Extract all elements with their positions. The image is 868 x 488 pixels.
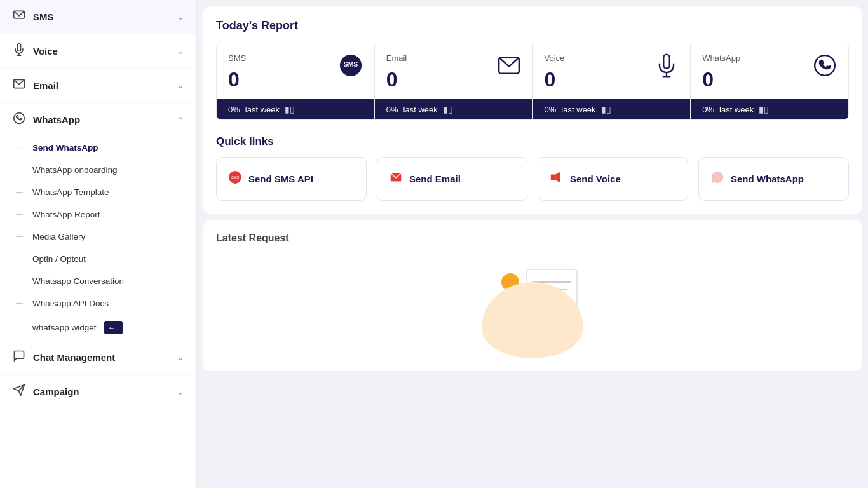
- whatsapp-quicklink-icon: [710, 170, 724, 187]
- sidebar-item-campaign[interactable]: Campaign ⌄: [0, 375, 196, 409]
- sms-percent: 0%: [228, 105, 240, 114]
- voice-report-bottom: 0% last week ▮▯: [533, 99, 691, 119]
- svg-text:SMS: SMS: [231, 175, 239, 179]
- quicklink-send-whatsapp-label: Send WhatsApp: [731, 173, 804, 184]
- sidebar-item-voice-label: Voice: [33, 46, 58, 57]
- sms-report-label: SMS: [228, 53, 246, 63]
- arrow-badge: ←: [104, 321, 123, 334]
- sms-quicklink-icon: SMS: [228, 170, 242, 187]
- sidebar-item-voice[interactable]: Voice ⌄: [0, 34, 196, 69]
- report-section: Today's Report SMS 0 SMS 0% last week ▮▯: [203, 6, 862, 214]
- quicklinks-container: SMS Send SMS API Send Email Send Voice: [216, 157, 849, 201]
- whatsapp-report-label: WhatsApp: [702, 53, 740, 63]
- email-report-label: Email: [386, 53, 407, 63]
- quicklink-send-email-label: Send Email: [409, 173, 461, 184]
- email-percent: 0%: [386, 105, 398, 114]
- svg-rect-15: [551, 174, 555, 180]
- submenu-whatsapp-template[interactable]: WhatsApp Template: [0, 181, 196, 203]
- quicklink-send-sms[interactable]: SMS Send SMS API: [216, 157, 367, 201]
- sms-period: last week: [245, 105, 280, 114]
- svg-point-4: [14, 113, 25, 124]
- email-chevron: ⌄: [177, 81, 184, 90]
- email-quicklink-icon: [389, 170, 403, 187]
- chat-chevron: ⌄: [177, 353, 184, 362]
- svg-marker-16: [555, 172, 560, 183]
- campaign-chevron: ⌄: [177, 388, 184, 396]
- sms-report-value: 0: [228, 68, 246, 92]
- whatsapp-percent: 0%: [702, 105, 714, 114]
- report-card-sms: SMS 0 SMS 0% last week ▮▯: [217, 43, 375, 119]
- sms-chevron: ⌄: [177, 13, 184, 22]
- voice-chart-icon: ▮▯: [601, 104, 611, 114]
- quicklink-send-email[interactable]: Send Email: [377, 157, 527, 201]
- sms-icon: [13, 9, 25, 25]
- voice-report-value: 0: [545, 68, 565, 92]
- sidebar-item-sms[interactable]: SMS ⌄: [0, 0, 196, 34]
- sms-chart-icon: ▮▯: [285, 104, 295, 114]
- voice-period: last week: [561, 105, 595, 114]
- submenu-whatsapp-report[interactable]: WhatsApp Report: [0, 203, 196, 226]
- sms-report-bottom: 0% last week ▮▯: [217, 99, 374, 119]
- voice-quicklink-icon: [550, 170, 564, 187]
- whatsapp-report-bottom: 0% last week ▮▯: [691, 99, 848, 119]
- whatsapp-period: last week: [719, 105, 754, 114]
- chat-management-icon: [13, 349, 25, 365]
- voice-report-icon: [654, 53, 679, 82]
- submenu-whatsapp-widget[interactable]: whatsapp widget ←: [0, 315, 196, 341]
- sidebar-item-chat-management[interactable]: Chat Management ⌄: [0, 341, 196, 375]
- svg-text:SMS: SMS: [343, 61, 358, 68]
- submenu-send-whatsapp[interactable]: Send WhatsApp: [0, 137, 196, 159]
- email-period: last week: [403, 105, 438, 114]
- quicklinks-title: Quick links: [216, 135, 849, 148]
- latest-request-section: Latest Request: [203, 220, 862, 371]
- submenu-optin-optout[interactable]: Optin / Optout: [0, 248, 196, 270]
- sidebar-item-email[interactable]: Email ⌄: [0, 69, 196, 103]
- main-content: Today's Report SMS 0 SMS 0% last week ▮▯: [197, 0, 868, 488]
- campaign-icon: [13, 384, 25, 400]
- sidebar-item-whatsapp-label: WhatsApp: [33, 114, 80, 125]
- sidebar: SMS ⌄ Voice ⌄ Email ⌄ WhatsApp ⌃: [0, 0, 197, 488]
- email-chart-icon: ▮▯: [443, 104, 453, 114]
- email-icon: [13, 78, 25, 93]
- sidebar-item-campaign-label: Campaign: [33, 386, 79, 397]
- whatsapp-icon: [13, 112, 25, 128]
- sidebar-item-whatsapp[interactable]: WhatsApp ⌃: [0, 103, 196, 137]
- report-cards: SMS 0 SMS 0% last week ▮▯ Email: [216, 43, 849, 120]
- email-report-value: 0: [386, 68, 407, 92]
- sidebar-item-email-label: Email: [33, 80, 58, 91]
- quicklink-send-sms-label: Send SMS API: [248, 173, 313, 184]
- latest-request-title: Latest Request: [216, 233, 849, 244]
- sms-report-icon: SMS: [339, 53, 363, 82]
- whatsapp-submenu: Send WhatsApp WhatsApp onboarding WhatsA…: [0, 137, 196, 341]
- quicklink-send-whatsapp[interactable]: Send WhatsApp: [698, 157, 849, 201]
- submenu-whatsapp-onboarding[interactable]: WhatsApp onboarding: [0, 159, 196, 181]
- quicklink-send-voice-label: Send Voice: [570, 173, 621, 184]
- submenu-media-gallery[interactable]: Media Gallery: [0, 226, 196, 248]
- whatsapp-report-icon: [813, 53, 837, 82]
- illustration: [216, 257, 849, 358]
- report-card-whatsapp: WhatsApp 0 0% last week ▮▯: [691, 43, 848, 119]
- voice-icon: [13, 43, 25, 59]
- sidebar-item-chat-label: Chat Management: [33, 352, 115, 363]
- voice-percent: 0%: [545, 105, 557, 114]
- report-card-email: Email 0 0% last week ▮▯: [375, 43, 533, 119]
- whatsapp-report-value: 0: [702, 68, 740, 92]
- svg-point-12: [815, 55, 835, 76]
- sidebar-item-sms-label: SMS: [33, 11, 54, 22]
- email-report-bottom: 0% last week ▮▯: [375, 99, 532, 119]
- whatsapp-chart-icon: ▮▯: [759, 104, 769, 114]
- voice-report-label: Voice: [545, 53, 565, 63]
- submenu-whatsapp-conversation[interactable]: Whatsapp Conversation: [0, 270, 196, 292]
- report-title: Today's Report: [216, 19, 849, 32]
- quicklink-send-voice[interactable]: Send Voice: [538, 157, 688, 201]
- email-report-icon: [497, 53, 521, 82]
- submenu-whatsapp-api-docs[interactable]: Whatsapp API Docs: [0, 292, 196, 315]
- voice-chevron: ⌄: [177, 47, 184, 56]
- report-card-voice: Voice 0 0% last week ▮▯: [533, 43, 691, 119]
- whatsapp-chevron: ⌃: [177, 116, 184, 125]
